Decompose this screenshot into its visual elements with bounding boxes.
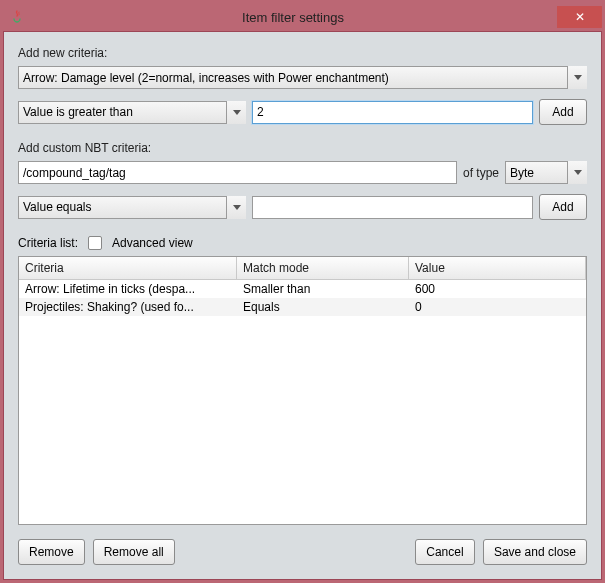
- nbt-type-dropdown[interactable]: Byte: [505, 161, 587, 184]
- table-row[interactable]: Arrow: Lifetime in ticks (despa... Small…: [19, 280, 586, 298]
- content-pane: Add new criteria: Arrow: Damage level (2…: [3, 31, 602, 580]
- table-row[interactable]: Projectiles: Shaking? (used fo... Equals…: [19, 298, 586, 316]
- match-select-2[interactable]: Value equals: [18, 196, 246, 219]
- table-header: Criteria Match mode Value: [19, 257, 586, 280]
- column-value[interactable]: Value: [409, 257, 586, 279]
- nbt-path-row: of type Byte: [18, 161, 587, 184]
- criteria-value-input[interactable]: [252, 101, 533, 124]
- column-match[interactable]: Match mode: [237, 257, 409, 279]
- advanced-view-label: Advanced view: [112, 236, 193, 250]
- nbt-path-input[interactable]: [18, 161, 457, 184]
- criteria-select[interactable]: Arrow: Damage level (2=normal, increases…: [18, 66, 587, 89]
- titlebar: Item filter settings ✕: [3, 3, 602, 31]
- cell-value: 0: [409, 298, 586, 316]
- add-criteria-button[interactable]: Add: [539, 99, 587, 125]
- nbt-value-input[interactable]: [252, 196, 533, 219]
- nbt-type-select[interactable]: Byte: [505, 161, 587, 184]
- match-dropdown-1[interactable]: Value is greater than: [18, 101, 246, 124]
- save-close-button[interactable]: Save and close: [483, 539, 587, 565]
- criteria-list-label: Criteria list:: [18, 236, 78, 250]
- window: Item filter settings ✕ Add new criteria:…: [3, 3, 602, 580]
- criteria-value-row: Value is greater than Add: [18, 99, 587, 125]
- window-buttons: ✕: [557, 6, 602, 28]
- cell-criteria: Projectiles: Shaking? (used fo...: [19, 298, 237, 316]
- column-criteria[interactable]: Criteria: [19, 257, 237, 279]
- cell-match: Smaller than: [237, 280, 409, 298]
- match-select-1[interactable]: Value is greater than: [18, 101, 246, 124]
- java-icon: [9, 9, 25, 25]
- advanced-view-checkbox[interactable]: [88, 236, 102, 250]
- add-criteria-label: Add new criteria:: [18, 46, 587, 60]
- add-nbt-button[interactable]: Add: [539, 194, 587, 220]
- close-button[interactable]: ✕: [557, 6, 602, 28]
- spacer: [183, 539, 407, 565]
- cell-value: 600: [409, 280, 586, 298]
- cancel-button[interactable]: Cancel: [415, 539, 475, 565]
- match-dropdown-2[interactable]: Value equals: [18, 196, 246, 219]
- remove-all-button[interactable]: Remove all: [93, 539, 175, 565]
- cell-match: Equals: [237, 298, 409, 316]
- criteria-dropdown[interactable]: Arrow: Damage level (2=normal, increases…: [18, 66, 587, 89]
- criteria-select-row: Arrow: Damage level (2=normal, increases…: [18, 66, 587, 89]
- of-type-label: of type: [463, 166, 499, 180]
- nbt-value-row: Value equals Add: [18, 194, 587, 220]
- add-nbt-label: Add custom NBT criteria:: [18, 141, 587, 155]
- remove-button[interactable]: Remove: [18, 539, 85, 565]
- close-icon: ✕: [575, 10, 585, 24]
- criteria-table: Criteria Match mode Value Arrow: Lifetim…: [18, 256, 587, 525]
- criteria-list-header: Criteria list: Advanced view: [18, 236, 587, 250]
- window-title: Item filter settings: [29, 10, 557, 25]
- cell-criteria: Arrow: Lifetime in ticks (despa...: [19, 280, 237, 298]
- footer: Remove Remove all Cancel Save and close: [18, 539, 587, 565]
- table-body[interactable]: Arrow: Lifetime in ticks (despa... Small…: [19, 280, 586, 524]
